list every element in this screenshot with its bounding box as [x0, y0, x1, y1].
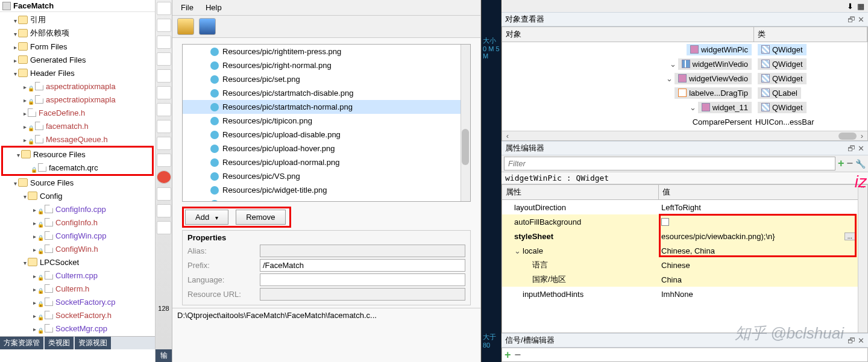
toolbox-btn[interactable] — [157, 86, 171, 99]
resource-list-item[interactable]: Resources/pic/upload-disable.png — [183, 128, 470, 142]
resource-list-item[interactable]: Resources/pic/upload-hover.png — [183, 142, 470, 155]
tree-item[interactable]: Generated Files — [0, 53, 155, 66]
expand-arrow-icon[interactable] — [31, 231, 37, 240]
tree-item[interactable]: ConfigInfo.cpp — [0, 202, 155, 216]
scrollbar-vertical[interactable]: ˄ — [858, 185, 867, 332]
property-row[interactable]: layoutDirectionLeftToRight — [502, 200, 867, 214]
resource-list-item[interactable]: Resources/pic/startmatch-normal.png — [183, 100, 470, 114]
expand-arrow-icon[interactable] — [22, 192, 28, 201]
tree-item[interactable]: ConfigWin.cpp — [0, 229, 155, 242]
menu-file[interactable]: File — [177, 2, 197, 13]
language-input[interactable] — [260, 273, 465, 286]
expand-arrow-icon[interactable] — [22, 122, 28, 131]
inspector-row[interactable]: widgetWinPicQWidget — [502, 42, 867, 57]
tree-item[interactable]: ConfigWin.h — [0, 242, 155, 255]
filter-input[interactable] — [504, 157, 835, 170]
resource-list-item[interactable]: Resources/pic/right-normal.png — [183, 58, 470, 72]
project-tree[interactable]: 引用外部依赖项Form FilesGenerated FilesHeader F… — [0, 12, 155, 336]
wrench-icon[interactable]: 🔧 — [855, 159, 866, 169]
resource-list-item[interactable]: Resources/pic/startmatch-disable.png — [183, 86, 470, 100]
project-bottom-tabs[interactable]: 方案资源管 类视图 资源视图 — [0, 336, 155, 349]
inspector-row[interactable]: labelve...DragTipQLabel — [502, 86, 867, 100]
remove-button[interactable]: Remove — [236, 210, 285, 225]
tree-item[interactable]: SocketFactory.h — [0, 308, 155, 322]
remove-icon[interactable]: − — [515, 349, 521, 361]
toolbox-btn[interactable] — [157, 137, 171, 150]
toolbox-btn[interactable] — [157, 69, 171, 83]
property-value[interactable]: ImhNone — [661, 290, 693, 299]
open-icon[interactable] — [177, 18, 194, 35]
tab-resourceview[interactable]: 资源视图 — [75, 337, 111, 349]
tree-item[interactable]: ConfigInfo.h — [0, 216, 155, 229]
expand-arrow-icon[interactable] — [31, 218, 37, 227]
tree-item[interactable]: 外部依赖项 — [0, 27, 155, 40]
expand-arrow-icon[interactable] — [31, 324, 37, 333]
tree-item[interactable]: aspectratiopixmapla — [0, 93, 155, 106]
expand-arrow-icon[interactable] — [12, 29, 18, 38]
tree-item[interactable]: Source Files — [0, 176, 155, 189]
expand-arrow-icon[interactable] — [670, 60, 676, 69]
resource-list-item[interactable]: Resources/pic/tipicon.png — [183, 114, 470, 128]
expand-arrow-icon[interactable] — [12, 16, 18, 25]
toolbox-btn[interactable] — [157, 221, 171, 234]
expand-arrow-icon[interactable] — [15, 150, 21, 159]
resource-list-item[interactable]: Resources/pic/widget-title.png — [183, 183, 470, 197]
toolbox-btn[interactable] — [157, 154, 171, 167]
close-icon[interactable]: ✕ — [858, 15, 864, 24]
expand-arrow-icon[interactable] — [31, 284, 37, 293]
tree-item[interactable]: FaceDefine.h — [0, 106, 155, 119]
add-icon[interactable]: + — [838, 157, 844, 170]
toolbox-btn[interactable] — [157, 2, 171, 15]
expand-arrow-icon[interactable] — [514, 246, 520, 255]
record-icon[interactable] — [157, 170, 171, 184]
expand-arrow-icon[interactable] — [31, 298, 37, 307]
scrollbar-vertical[interactable] — [461, 45, 470, 201]
close-icon[interactable]: ✕ — [858, 144, 864, 153]
tree-item[interactable]: Culterm.h — [0, 282, 155, 295]
expand-arrow-icon[interactable] — [12, 178, 18, 187]
resource-list-item[interactable]: Resources/pic/VS.png — [183, 169, 470, 183]
inspector-row[interactable]: widgetViewVedioQWidget — [502, 71, 867, 86]
tree-item[interactable]: facematch.qrc — [3, 161, 152, 174]
menu-help[interactable]: Help — [202, 2, 225, 13]
property-value[interactable]: China — [661, 275, 682, 284]
scrollbar-horizontal[interactable]: ‹ › — [502, 131, 867, 140]
expand-arrow-icon[interactable] — [31, 311, 37, 320]
toolbox-btn[interactable] — [157, 187, 171, 201]
add-button[interactable]: Add — [185, 210, 228, 225]
scrollbar-thumb[interactable] — [462, 129, 469, 165]
expand-arrow-icon[interactable] — [31, 205, 37, 214]
prefix-input[interactable] — [260, 259, 465, 272]
property-table[interactable]: 属性 值 layoutDirectionLeftToRightautoFillB… — [502, 184, 868, 333]
resource-list-item[interactable]: Resources/pic/rightitem-press.png — [183, 45, 470, 58]
layout-icon[interactable]: ▦ — [857, 2, 864, 11]
expand-arrow-icon[interactable] — [31, 271, 37, 280]
inspector-row[interactable]: ComparePersentHUICon...essBar — [502, 114, 867, 129]
expand-arrow-icon[interactable] — [31, 245, 37, 254]
tree-item[interactable]: Culterm.cpp — [0, 269, 155, 282]
scroll-right-icon[interactable]: › — [857, 131, 867, 140]
expand-arrow-icon[interactable] — [12, 69, 18, 78]
restore-icon[interactable]: 🗗 — [848, 144, 855, 153]
property-value[interactable]: LeftToRight — [661, 203, 701, 212]
tree-item[interactable]: aspectratiopixmapla — [0, 80, 155, 93]
tree-item[interactable]: Header Files — [0, 66, 155, 80]
tree-item[interactable]: SocketMgr.cpp — [0, 322, 155, 335]
expand-arrow-icon[interactable] — [12, 55, 18, 64]
property-value[interactable]: Chinese — [661, 261, 690, 270]
property-row[interactable]: inputMethodHintsImhNone — [502, 287, 867, 301]
property-row[interactable]: 语言Chinese — [502, 258, 867, 272]
tab-solution[interactable]: 方案资源管 — [0, 337, 43, 349]
toolbox-btn[interactable] — [157, 19, 171, 32]
download-icon[interactable]: ⬇ — [847, 2, 854, 11]
remove-icon[interactable]: − — [846, 157, 853, 170]
expand-arrow-icon[interactable] — [22, 108, 28, 117]
expand-arrow-icon[interactable] — [22, 95, 28, 104]
tree-item[interactable]: 引用 — [0, 13, 155, 27]
scrollbar-thumb[interactable] — [838, 133, 857, 140]
expand-arrow-icon[interactable] — [22, 135, 28, 144]
object-inspector[interactable]: 对象 类 widgetWinPicQWidgetwidgetWinVedioQW… — [502, 27, 868, 141]
expand-arrow-icon[interactable] — [666, 74, 672, 83]
tree-item[interactable]: MessageQueue.h — [0, 133, 155, 146]
resource-file-list[interactable]: Resources/pic/rightitem-press.pngResourc… — [182, 44, 471, 202]
